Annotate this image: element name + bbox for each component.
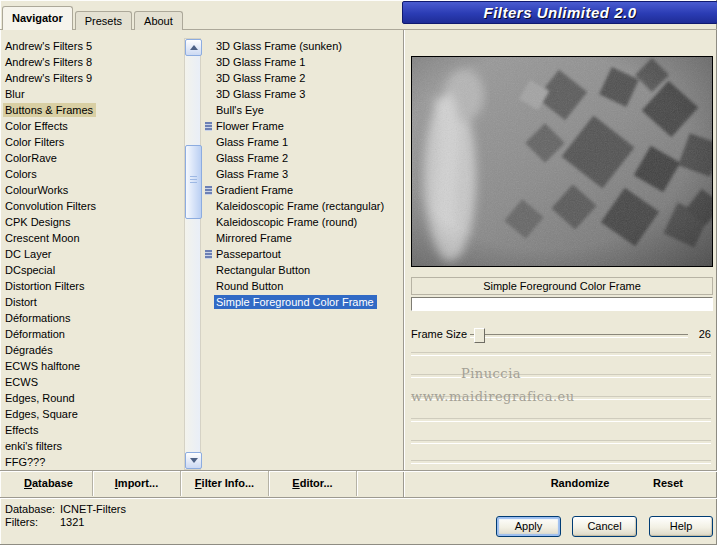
filter-item[interactable]: 3D Glass Frame 3 [204, 86, 402, 102]
tab-navigator[interactable]: Navigator [2, 6, 73, 30]
filter-item-label: 3D Glass Frame (sunken) [214, 39, 345, 53]
filter-item-label: Glass Frame 1 [214, 135, 291, 149]
category-item[interactable]: Blur [3, 86, 183, 102]
category-item[interactable]: Edges, Round [3, 390, 183, 406]
category-item[interactable]: Color Filters [3, 134, 183, 150]
filter-item-label: Simple Foreground Color Frame [214, 295, 377, 309]
filter-item[interactable]: 3D Glass Frame 1 [204, 54, 402, 70]
filter-item[interactable]: Glass Frame 2 [204, 150, 402, 166]
preset-marker-icon [205, 186, 212, 195]
filter-item-label: Gradient Frame [214, 183, 296, 197]
category-item-label: Andrew's Filters 8 [3, 55, 95, 69]
filter-item[interactable]: Simple Foreground Color Frame [204, 294, 402, 310]
toolbar-left: DatabaseImport...Filter Info...Editor... [5, 471, 357, 496]
category-item[interactable]: FFG??? [3, 454, 183, 470]
filter-item[interactable]: Round Button [204, 278, 402, 294]
filter-item[interactable]: Glass Frame 3 [204, 166, 402, 182]
category-item-label: Dégradés [3, 343, 56, 357]
category-item[interactable]: Buttons & Frames [3, 102, 183, 118]
category-item-label: ECWS [3, 375, 41, 389]
category-item-label: Edges, Round [3, 391, 78, 405]
category-item-label: Colors [3, 167, 40, 181]
reset-button[interactable]: Reset [633, 471, 703, 495]
category-item[interactable]: DC Layer [3, 246, 183, 262]
filter-item[interactable]: Rectangular Button [204, 262, 402, 278]
filter-item[interactable]: Kaleidoscopic Frame (round) [204, 214, 402, 230]
category-item-label: Distortion Filters [3, 279, 87, 293]
category-item[interactable]: DCspecial [3, 262, 183, 278]
banner-title: Filters Unlimited 2.0 [483, 4, 636, 21]
category-item[interactable]: ECWS halftone [3, 358, 183, 374]
cancel-button[interactable]: Cancel [572, 516, 637, 537]
category-item[interactable]: Crescent Moon [3, 230, 183, 246]
empty-slider-groove [411, 352, 711, 356]
category-item[interactable]: Distortion Filters [3, 278, 183, 294]
watermark-line2: www.maidiregrafica.eu [411, 389, 571, 404]
filter-item[interactable]: 3D Glass Frame 2 [204, 70, 402, 86]
category-item-label: Convolution Filters [3, 199, 99, 213]
category-scrollbar[interactable] [184, 38, 201, 470]
frame-size-slider-track[interactable] [470, 334, 688, 338]
category-item[interactable]: Andrew's Filters 9 [3, 70, 183, 86]
frame-size-slider-thumb[interactable] [474, 328, 485, 343]
scrollbar-up-button[interactable] [185, 39, 202, 56]
filter-item[interactable]: Gradient Frame [204, 182, 402, 198]
category-item-label: ColorRave [3, 151, 60, 165]
filter-item[interactable]: 3D Glass Frame (sunken) [204, 38, 402, 54]
category-item[interactable]: ColorRave [3, 150, 183, 166]
category-item[interactable]: Déformations [3, 310, 183, 326]
category-item[interactable]: Color Effects [3, 118, 183, 134]
filter-item-label: 3D Glass Frame 1 [214, 55, 308, 69]
filter-item[interactable]: Mirrored Frame [204, 230, 402, 246]
filter-item[interactable]: Flower Frame [204, 118, 402, 134]
category-item-label: Color Filters [3, 135, 67, 149]
category-item[interactable]: Distort [3, 294, 183, 310]
status-filters-label: Filters: [5, 516, 60, 528]
scrollbar-thumb[interactable] [185, 145, 202, 219]
editor-button[interactable]: Editor... [269, 471, 357, 496]
statusbar-divider [0, 497, 717, 498]
filter-item[interactable]: Glass Frame 1 [204, 134, 402, 150]
empty-slider-groove [411, 418, 711, 422]
category-item[interactable]: Convolution Filters [3, 198, 183, 214]
category-item-label: Distort [3, 295, 40, 309]
filter-item[interactable]: Passepartout [204, 246, 402, 262]
apply-button[interactable]: Apply [496, 516, 561, 537]
filter-item[interactable]: Kaleidoscopic Frame (rectangular) [204, 198, 402, 214]
filter-item-label: 3D Glass Frame 2 [214, 71, 308, 85]
import-button[interactable]: Import... [93, 471, 181, 496]
category-item[interactable]: Colors [3, 166, 183, 182]
category-item[interactable]: enki's filters [3, 438, 183, 454]
filter-item[interactable]: Bull's Eye [204, 102, 402, 118]
category-item-label: ColourWorks [3, 183, 71, 197]
tab-about[interactable]: About [134, 11, 183, 30]
category-item[interactable]: Andrew's Filters 5 [3, 38, 183, 54]
category-item[interactable]: CPK Designs [3, 214, 183, 230]
category-item[interactable]: Déformation [3, 326, 183, 342]
randomize-button[interactable]: Randomize [515, 471, 645, 495]
help-button[interactable]: Help [649, 516, 713, 537]
category-item-label: Effects [3, 423, 41, 437]
category-item[interactable]: ECWS [3, 374, 183, 390]
progress-bar [411, 297, 713, 311]
category-item[interactable]: ColourWorks [3, 182, 183, 198]
filter-item-label: Kaleidoscopic Frame (rectangular) [214, 199, 387, 213]
category-item[interactable]: Edges, Square [3, 406, 183, 422]
category-item-label: Déformations [3, 311, 73, 325]
tab-presets[interactable]: Presets [75, 11, 132, 30]
category-item[interactable]: Effects [3, 422, 183, 438]
panel-divider [403, 30, 404, 497]
filter-item-label: Rectangular Button [214, 263, 313, 277]
arrow-down-icon [190, 458, 198, 463]
preset-marker-icon [205, 122, 212, 131]
filter-item-label: Passepartout [214, 247, 284, 261]
status-filters: Filters:1321 [5, 516, 84, 528]
category-item[interactable]: Dégradés [3, 342, 183, 358]
frame-size-value: 26 [683, 328, 711, 340]
category-item[interactable]: Andrew's Filters 8 [3, 54, 183, 70]
database-button[interactable]: Database [5, 471, 93, 496]
filter-item-label: Glass Frame 3 [214, 167, 291, 181]
filter-item-label: Flower Frame [214, 119, 287, 133]
scrollbar-down-button[interactable] [185, 452, 202, 469]
filter-info-button[interactable]: Filter Info... [181, 471, 269, 496]
